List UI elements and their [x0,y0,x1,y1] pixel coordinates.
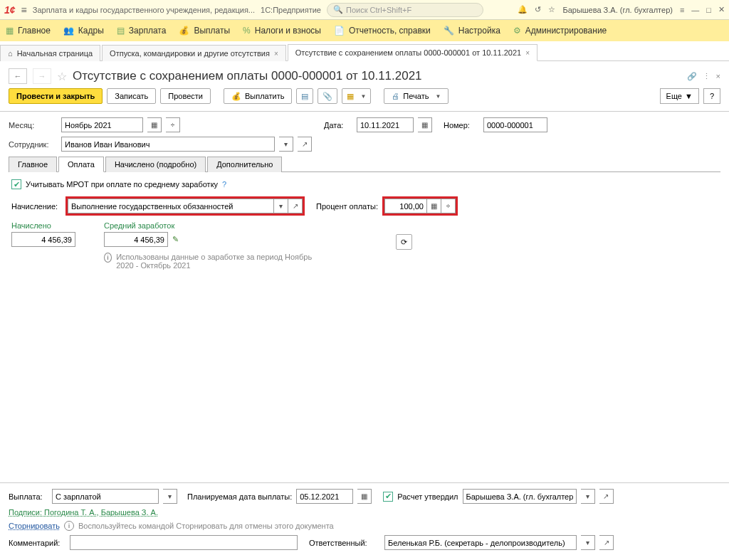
menu-staff[interactable]: 👥Кадры [63,26,104,36]
help-icon[interactable]: ? [222,180,226,189]
based-icon: ▦ [347,92,354,101]
dots-icon: ▦ [6,26,14,36]
people-icon: 👥 [63,26,74,36]
write-button[interactable]: Записать [107,88,156,104]
post-and-close-button[interactable]: Провести и закрыть [9,88,103,104]
close-icon[interactable]: × [274,50,278,58]
dropdown-icon[interactable]: ▾ [581,489,595,504]
maximize-icon[interactable]: □ [706,6,711,14]
approved-field[interactable] [463,489,577,504]
number-label: Номер: [444,121,479,130]
menu-salary[interactable]: ▤Зарплата [117,26,167,36]
comment-field[interactable] [70,535,298,550]
approved-checkbox[interactable]: ✔ [383,492,393,502]
more-button[interactable]: Еще▼ [660,88,699,104]
close-app-icon[interactable]: ✕ [718,5,725,14]
star-icon[interactable]: ☆ [548,5,555,14]
coins-icon: 💰 [231,92,241,101]
spinner-icon[interactable]: ÷ [166,117,180,132]
subtab-accrued-detail[interactable]: Начислено (подробно) [105,157,206,172]
platform-name: 1С:Предприятие [261,6,321,14]
number-field[interactable] [483,117,547,132]
responsible-field[interactable] [384,535,577,550]
plan-date-label: Планируемая дата выплаты: [187,492,292,501]
payout-field[interactable] [52,489,159,504]
global-search[interactable]: 🔍 Поиск Ctrl+Shift+F [327,3,483,17]
logo-1c: 1¢ [4,4,16,16]
clip-icon: 📎 [322,92,332,101]
accrual-label: Начисление: [11,202,61,211]
pay-button[interactable]: 💰Выплатить [224,88,292,104]
employee-field[interactable] [61,137,275,152]
subtab-additional[interactable]: Дополнительно [207,157,282,172]
info-text: Использованы данные о заработке за перио… [116,253,325,270]
dropdown-icon[interactable]: ▾ [581,535,595,550]
calendar-icon[interactable]: ▦ [357,489,372,504]
sheet-icon: ▤ [301,92,308,101]
spinner-icon[interactable]: ÷ [441,199,456,213]
calc-icon[interactable]: ▦ [427,199,441,213]
payment-pane: ✔ Учитывать МРОТ при оплате по среднему … [0,172,729,277]
date-field[interactable] [357,117,414,132]
minimize-icon[interactable]: — [691,6,699,14]
current-user[interactable]: Барышева З.А. (гл. бухгалтер) [562,6,673,14]
search-icon: 🔍 [333,5,343,14]
accrued-value-field[interactable] [11,232,75,247]
menu-reports[interactable]: 📄Отчетность, справки [334,26,431,36]
burger-icon[interactable]: ≡ [21,4,27,16]
percent-label: Процент оплаты: [316,202,378,211]
close-icon[interactable]: × [525,49,530,57]
open-icon[interactable]: ↗ [298,137,312,152]
mrot-checkbox[interactable]: ✔ [11,179,21,189]
dropdown-icon[interactable]: ▾ [279,137,293,152]
refresh-button[interactable]: ⟳ [396,234,412,250]
kebab-icon[interactable]: ⋮ [703,72,710,81]
lines-icon[interactable]: ≡ [680,6,684,14]
calendar-icon[interactable]: ▦ [147,117,162,132]
post-button[interactable]: Провести [160,88,211,104]
subtab-payment[interactable]: Оплата [58,157,104,172]
open-icon[interactable]: ↗ [599,489,614,504]
document-icon-button[interactable]: ▤ [296,88,313,104]
avg-value-field[interactable] [104,232,168,247]
history-icon[interactable]: ↺ [535,5,541,14]
create-based-button[interactable]: ▦▼ [342,88,371,104]
menu-settings[interactable]: 🔧Настройка [444,26,500,36]
open-icon[interactable]: ↗ [599,535,614,550]
nav-back-button[interactable]: ← [9,68,27,84]
open-icon[interactable]: ↗ [288,199,303,213]
favorite-star-icon[interactable]: ☆ [57,70,67,83]
bell-icon[interactable]: 🔔 [518,5,528,14]
month-field[interactable] [61,117,143,132]
doc-icon: 📄 [334,26,345,36]
close-doc-icon[interactable]: × [716,72,720,81]
pencil-icon[interactable]: ✎ [172,235,179,244]
menu-admin[interactable]: ⚙Администрирование [513,26,607,36]
dropdown-icon[interactable]: ▾ [274,199,288,213]
accrual-field[interactable] [68,199,274,213]
storno-link[interactable]: Сторнировать [9,522,60,530]
help-button[interactable]: ? [703,88,720,104]
tab-start-page[interactable]: ⌂Начальная страница [0,45,100,61]
link-icon[interactable]: 🔗 [687,72,697,81]
calendar-icon[interactable]: ▦ [418,117,432,132]
dropdown-icon[interactable]: ▾ [163,489,177,504]
tab-absences-list[interactable]: Отпуска, командировки и другие отсутстви… [102,45,286,61]
refresh-icon: ⟳ [401,238,407,247]
date-label: Дата: [324,121,352,130]
nav-forward-button[interactable]: → [33,68,51,84]
tab-current-doc[interactable]: Отсутствие с сохранением оплаты 0000-000… [288,44,537,61]
signatures-link[interactable]: Подписи: Погодина Т. А., Барышева З. А. [9,508,158,517]
menu-payouts[interactable]: 💰Выплаты [179,26,230,36]
plan-date-field[interactable] [296,489,353,504]
percent-field[interactable] [384,199,427,213]
storno-hint: Воспользуйтесь командой Сторнировать для… [78,522,334,530]
subtab-main[interactable]: Главное [9,157,57,172]
print-button[interactable]: 🖨Печать▼ [384,88,449,104]
menu-taxes[interactable]: %Налоги и взносы [243,26,321,36]
menu-main[interactable]: ▦Главное [6,26,51,36]
main-menu: ▦Главное 👥Кадры ▤Зарплата 💰Выплаты %Нало… [0,20,729,41]
app-title: Зарплата и кадры государственного учрежд… [33,6,255,14]
attach-button[interactable]: 📎 [318,88,337,104]
payout-label: Выплата: [9,492,48,501]
